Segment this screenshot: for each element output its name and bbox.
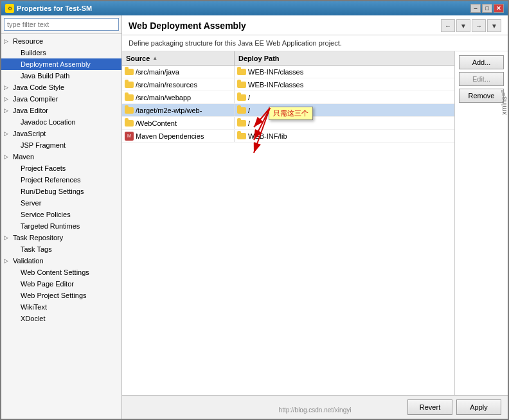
- table-row[interactable]: /src/main/resources WEB-INF/classes: [122, 78, 454, 91]
- table-row[interactable]: /src/main/webapp /: [122, 91, 454, 104]
- panel-title: Web Deployment Assembly: [129, 21, 246, 31]
- sidebar-label-web-page-editor: Web Page Editor: [21, 280, 74, 288]
- source-text-6: Maven Dependencies: [136, 132, 204, 140]
- revert-button[interactable]: Revert: [407, 399, 452, 415]
- deploy-text-3: /: [248, 94, 250, 101]
- td-source-6: M Maven Dependencies: [122, 130, 235, 142]
- panel-nav: ← ▼ → ▼: [441, 19, 501, 32]
- nav-menu-button[interactable]: ▼: [487, 19, 501, 32]
- remove-button[interactable]: Remove: [459, 89, 504, 103]
- source-text-2: /src/main/resources: [136, 81, 197, 89]
- nav-forward-button[interactable]: →: [472, 19, 486, 32]
- table-header: Source ▲ Deploy Path: [122, 51, 454, 66]
- td-deploy-3: /: [235, 91, 454, 103]
- sidebar-label-project-references: Project References: [21, 176, 81, 184]
- sidebar-item-project-facets[interactable]: Project Facets: [1, 162, 121, 174]
- folder-icon-d4: [237, 107, 246, 114]
- apply-button[interactable]: Apply: [456, 399, 501, 415]
- folder-icon-4: [125, 107, 134, 114]
- sidebar-label-resource: Resource: [13, 37, 43, 45]
- folder-icon-d2: [237, 82, 246, 88]
- table-row[interactable]: M Maven Dependencies WEB-INF/lib: [122, 130, 454, 143]
- folder-icon-3: [125, 94, 134, 101]
- expand-arrow-maven: ▷: [4, 153, 12, 160]
- folder-icon-1: [125, 69, 134, 75]
- sort-icon[interactable]: ▲: [152, 55, 157, 61]
- add-button[interactable]: Add...: [459, 55, 504, 69]
- table-area: Source ▲ Deploy Path /src/main/java: [122, 51, 508, 395]
- sidebar-item-task-tags[interactable]: Task Tags: [1, 243, 121, 255]
- sidebar-label-wikitext: WikiText: [21, 303, 47, 311]
- td-source-4: /target/m2e-wtp/web-: [122, 104, 235, 116]
- sidebar-item-targeted-runtimes[interactable]: Targeted Runtimes: [1, 220, 121, 232]
- td-deploy-6: WEB-INF/lib: [235, 130, 454, 142]
- sidebar-item-deployment-assembly[interactable]: Deployment Assembly: [1, 58, 121, 70]
- sidebar-item-java-code-style[interactable]: ▷ Java Code Style: [1, 82, 121, 93]
- sidebar-label-jsp-fragment: JSP Fragment: [21, 141, 66, 149]
- sidebar-item-builders[interactable]: Builders: [1, 47, 121, 58]
- title-bar: ⚙ Properties for Test-SM – □ ✕: [1, 1, 508, 15]
- filter-input[interactable]: [4, 18, 119, 31]
- deploy-text-6: WEB-INF/lib: [248, 132, 287, 140]
- sidebar-item-resource[interactable]: ▷ Resource: [1, 35, 121, 47]
- deploy-table: Source ▲ Deploy Path /src/main/java: [122, 51, 454, 395]
- sidebar-item-javascript[interactable]: ▷ JavaScript: [1, 128, 121, 139]
- sidebar-item-javadoc[interactable]: Javadoc Location: [1, 116, 121, 128]
- action-buttons: Add... Edit... Remove: [454, 51, 508, 395]
- source-text-1: /src/main/java: [136, 68, 179, 76]
- expand-arrow-task-repo: ▷: [4, 234, 12, 241]
- sidebar-item-java-compiler[interactable]: ▷ Java Compiler: [1, 93, 121, 105]
- deploy-text-2: WEB-INF/classes: [248, 81, 303, 89]
- sidebar-item-jsp-fragment[interactable]: JSP Fragment: [1, 139, 121, 151]
- sidebar-item-java-editor[interactable]: ▷ Java Editor: [1, 105, 121, 116]
- sidebar-item-wikitext[interactable]: WikiText: [1, 301, 121, 313]
- sidebar-item-project-references[interactable]: Project References: [1, 174, 121, 186]
- panel-header: Web Deployment Assembly ← ▼ → ▼: [122, 15, 508, 35]
- sidebar-label-validation: Validation: [13, 257, 44, 265]
- sidebar-item-validation[interactable]: ▷ Validation: [1, 255, 121, 267]
- sidebar-label-deployment-assembly: Deployment Assembly: [21, 60, 91, 68]
- td-deploy-2: WEB-INF/classes: [235, 78, 454, 91]
- td-source-5: /WebContent: [122, 117, 235, 129]
- table-row[interactable]: /src/main/java WEB-INF/classes: [122, 66, 454, 78]
- deploy-text-5: /: [248, 119, 250, 127]
- deploy-text-1: WEB-INF/classes: [248, 68, 303, 76]
- folder-icon-5: [125, 120, 134, 127]
- td-deploy-4: /: [235, 104, 454, 116]
- sidebar-label-xdoclet: XDoclet: [21, 315, 46, 322]
- sidebar-item-java-build-path[interactable]: Java Build Path: [1, 70, 121, 82]
- sidebar-label-maven: Maven: [13, 153, 34, 161]
- maven-icon: M: [125, 132, 134, 141]
- annotation-popup: 只需这三个: [269, 107, 313, 120]
- sidebar-label-java-code-style: Java Code Style: [13, 83, 64, 91]
- nav-dropdown-button[interactable]: ▼: [456, 19, 470, 32]
- sidebar-item-xdoclet[interactable]: XDoclet: [1, 313, 121, 324]
- sidebar-item-maven[interactable]: ▷ Maven: [1, 151, 121, 162]
- sidebar-label-java-compiler: Java Compiler: [13, 95, 58, 103]
- source-text-5: /WebContent: [136, 119, 177, 127]
- close-button[interactable]: ✕: [494, 4, 504, 13]
- expand-arrow-java-editor: ▷: [4, 107, 12, 114]
- bottom-bar: Revert Apply: [122, 395, 508, 419]
- deploy-text-4: /: [248, 107, 250, 114]
- nav-back-button[interactable]: ←: [441, 19, 455, 32]
- maximize-button[interactable]: □: [482, 4, 492, 13]
- minimize-button[interactable]: –: [470, 4, 481, 13]
- sidebar-item-web-content-settings[interactable]: Web Content Settings: [1, 267, 121, 278]
- sidebar-label-project-facets: Project Facets: [21, 164, 66, 172]
- sidebar-label-service-policies: Service Policies: [21, 211, 71, 218]
- sidebar-item-service-policies[interactable]: Service Policies: [1, 209, 121, 220]
- td-source-2: /src/main/resources: [122, 78, 235, 91]
- sidebar-label-targeted-runtimes: Targeted Runtimes: [21, 222, 80, 230]
- edit-button[interactable]: Edit...: [459, 72, 504, 86]
- right-panel: Web Deployment Assembly ← ▼ → ▼ Define p…: [122, 15, 508, 419]
- properties-window: ⚙ Properties for Test-SM – □ ✕ ▷ Resourc…: [0, 0, 509, 420]
- sidebar-item-server[interactable]: Server: [1, 197, 121, 209]
- main-content: ▷ Resource Builders Deployment Assembly …: [1, 15, 508, 419]
- td-source-3: /src/main/webapp: [122, 91, 235, 103]
- sidebar-item-run-debug[interactable]: Run/Debug Settings: [1, 186, 121, 197]
- expand-arrow-javascript: ▷: [4, 130, 12, 137]
- sidebar-item-web-project-settings[interactable]: Web Project Settings: [1, 290, 121, 301]
- sidebar-item-task-repository[interactable]: ▷ Task Repository: [1, 232, 121, 243]
- sidebar-item-web-page-editor[interactable]: Web Page Editor: [1, 278, 121, 290]
